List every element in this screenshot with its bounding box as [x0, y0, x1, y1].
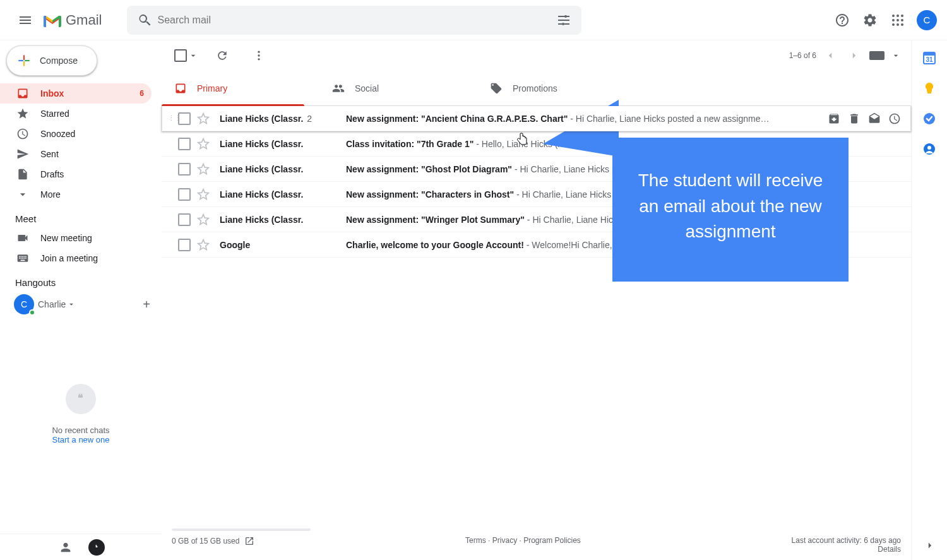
support-button[interactable]	[830, 8, 855, 33]
clock-icon	[16, 128, 29, 140]
page-range: 1–6 of 6	[789, 51, 816, 60]
input-tools-button[interactable]	[869, 51, 884, 60]
select-all-dropdown[interactable]	[188, 51, 198, 61]
details-link[interactable]: Details	[792, 545, 901, 554]
inbox-count: 6	[140, 89, 144, 98]
star-button[interactable]	[197, 239, 210, 251]
row-checkbox[interactable]	[178, 112, 191, 125]
sidebar-item-new-meeting[interactable]: New meeting	[0, 228, 152, 248]
star-button[interactable]	[197, 138, 210, 150]
mail-row[interactable]: ⋮⋮Liane Hicks (Classr. 2New assignment: …	[162, 106, 911, 131]
send-icon	[16, 148, 29, 160]
search-icon	[132, 8, 157, 33]
sidebar-bottom-tabs	[0, 533, 162, 560]
sender: Liane Hicks (Classr.	[220, 215, 346, 225]
main-menu-button[interactable]	[10, 5, 40, 35]
contacts-app[interactable]	[923, 143, 936, 155]
policies-link[interactable]: Program Policies	[523, 536, 581, 545]
select-all-checkbox[interactable]	[174, 49, 187, 62]
nav-label: Snoozed	[40, 129, 75, 139]
sender: Google	[220, 240, 346, 250]
star-button[interactable]	[197, 163, 210, 176]
social-icon	[332, 82, 345, 95]
search-options-icon[interactable]	[551, 8, 576, 33]
archive-button[interactable]	[828, 112, 840, 125]
tab-primary[interactable]: Primary	[162, 71, 319, 105]
search-bar[interactable]	[127, 6, 581, 35]
keyboard-icon	[16, 252, 29, 265]
sidebar-item-sent[interactable]: Sent	[0, 144, 152, 164]
primary-icon	[174, 82, 187, 95]
sidebar-item-inbox[interactable]: Inbox 6	[0, 83, 152, 104]
side-panel-collapse[interactable]	[924, 540, 936, 551]
search-input[interactable]	[157, 15, 551, 26]
tasks-app[interactable]	[923, 112, 936, 125]
header-actions: C	[830, 8, 937, 33]
row-checkbox[interactable]	[178, 138, 191, 150]
category-tabs: Primary Social Promotions	[162, 71, 911, 106]
account-avatar[interactable]: C	[917, 10, 937, 30]
svg-point-0	[562, 23, 564, 25]
start-chat-link[interactable]: Start a new one	[0, 435, 162, 444]
hangouts-user-row[interactable]: C Charlie +	[0, 292, 162, 314]
sender: Liane Hicks (Classr.	[220, 164, 346, 174]
svg-rect-17	[924, 52, 935, 56]
more-vert-icon	[253, 49, 265, 62]
next-page-button[interactable]	[844, 45, 864, 66]
input-tools-dropdown[interactable]	[891, 51, 901, 61]
sidebar-item-join-meeting[interactable]: Join a meeting	[0, 248, 152, 268]
mark-read-button[interactable]	[868, 112, 881, 125]
snooze-button[interactable]	[888, 112, 901, 125]
more-button[interactable]	[246, 43, 271, 68]
promotions-icon	[490, 82, 503, 95]
apps-button[interactable]	[885, 8, 910, 33]
row-checkbox[interactable]	[178, 213, 191, 226]
svg-point-6	[892, 19, 895, 21]
sidebar-item-starred[interactable]: Starred	[0, 104, 152, 124]
privacy-link[interactable]: Privacy	[492, 536, 517, 545]
mail-toolbar: 1–6 of 6	[162, 40, 911, 71]
hangouts-contacts-tab[interactable]	[57, 539, 74, 556]
svg-point-10	[896, 23, 899, 26]
keep-app[interactable]	[923, 82, 936, 95]
gmail-icon	[43, 13, 62, 27]
drafts-icon	[16, 168, 29, 181]
nav-label: More	[40, 189, 61, 200]
nav-label: Starred	[40, 109, 69, 119]
svg-point-3	[892, 15, 895, 17]
svg-text:❝: ❝	[78, 393, 83, 403]
delete-button[interactable]	[848, 112, 861, 125]
svg-point-8	[901, 19, 903, 21]
terms-link[interactable]: Terms	[465, 536, 486, 545]
nav-label: New meeting	[40, 233, 92, 243]
tab-social[interactable]: Social	[319, 71, 477, 105]
compose-button[interactable]: Compose	[6, 45, 97, 76]
sidebar-item-snoozed[interactable]: Snoozed	[0, 124, 152, 144]
sidebar-item-more[interactable]: More	[0, 184, 152, 205]
settings-button[interactable]	[857, 8, 883, 33]
star-button[interactable]	[197, 188, 210, 201]
star-button[interactable]	[197, 112, 210, 125]
svg-point-14	[258, 54, 259, 56]
refresh-button[interactable]	[210, 43, 235, 68]
main-pane: 1–6 of 6 Primary Social Promotions ⋮⋮Lia…	[162, 40, 912, 560]
hangouts-chat-tab[interactable]	[88, 539, 105, 556]
nav-label: Sent	[40, 149, 59, 159]
apps-grid-icon	[890, 13, 905, 28]
calendar-app[interactable]: 31	[923, 52, 936, 64]
hangouts-new-chat[interactable]: +	[143, 297, 150, 312]
prev-page-button[interactable]	[820, 45, 840, 66]
drag-handle-icon[interactable]: ⋮⋮	[168, 114, 176, 122]
open-in-new-icon[interactable]	[244, 536, 254, 546]
row-checkbox[interactable]	[178, 188, 191, 201]
row-checkbox[interactable]	[178, 163, 191, 176]
svg-point-5	[901, 15, 903, 17]
menu-icon	[18, 13, 33, 28]
nav-label: Join a meeting	[40, 253, 98, 263]
row-checkbox[interactable]	[178, 239, 191, 251]
star-button[interactable]	[197, 213, 210, 226]
inbox-icon	[16, 87, 29, 100]
gmail-logo[interactable]: Gmail	[43, 12, 102, 28]
sidebar-item-drafts[interactable]: Drafts	[0, 164, 152, 184]
help-icon	[835, 13, 850, 28]
